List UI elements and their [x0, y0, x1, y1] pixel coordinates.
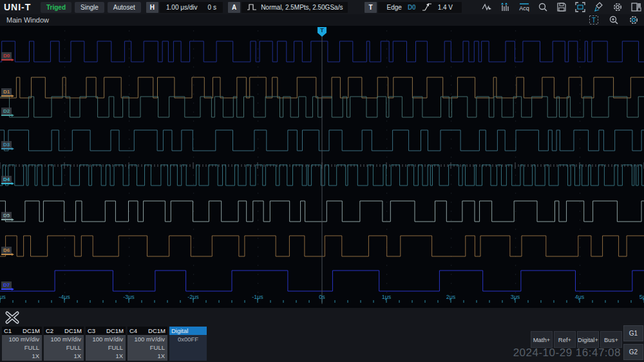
channel-card-c3[interactable]: C3 DC1M 100 mV/div FULL 1X [86, 327, 126, 361]
channel-probe: 1X [128, 352, 167, 360]
trigger-source: D0 [408, 4, 416, 11]
waveform-canvas[interactable]: T [0, 26, 644, 308]
ref-add-button[interactable]: Ref+ [554, 331, 576, 348]
channel-bandwidth: FULL [2, 343, 42, 352]
axis-label: -4μs [59, 294, 70, 300]
channel-card-c4[interactable]: C4 DC1M 100 mV/div FULL 1X [128, 327, 167, 361]
digital-bus-icon[interactable] [500, 2, 511, 12]
badge-arrow-icon [12, 182, 14, 185]
channel-scale: 100 mV/div [44, 335, 84, 343]
acquire-menu-button[interactable]: A [228, 2, 240, 13]
trigger-type: Edge [387, 4, 402, 11]
channel-coupling: DC1M [106, 327, 124, 334]
channel-cards: C1 DC1M 100 mV/div FULL 1X C2 DC1M 100 m… [2, 327, 207, 361]
channel-coupling: DC1M [148, 327, 166, 334]
text-annotation-icon[interactable]: T [589, 15, 599, 25]
channel-badge-d5[interactable]: D5 [1, 212, 12, 220]
axis-label: 5μs [639, 294, 644, 300]
save-icon[interactable] [556, 2, 567, 12]
digital-add-button[interactable]: Digital+ [577, 331, 599, 348]
math-add-button[interactable]: Math+ [531, 331, 553, 348]
brand-logo: UNI-T [4, 2, 37, 12]
autoset-button[interactable]: Autoset [108, 2, 141, 13]
window-title-bar: Main Window T [0, 14, 644, 26]
channel-bandwidth: FULL [86, 343, 126, 352]
g1-button[interactable]: G1 [623, 325, 643, 341]
axis-label: 3μs [511, 294, 520, 300]
channel-id: C2 [46, 327, 53, 334]
svg-text:T: T [592, 17, 596, 24]
settings-icon[interactable] [612, 2, 623, 12]
single-button[interactable]: Single [75, 2, 104, 13]
trigger-status-button[interactable]: Triged [41, 2, 71, 13]
waveform-display[interactable]: T -5μs-4μs-3μs-2μs-1μs0s1μs2μs3μs4μs5μsD… [0, 26, 644, 308]
window-layout-icon[interactable] [631, 2, 641, 12]
channel-bandwidth: FULL [44, 343, 84, 352]
digital-card[interactable]: Digital 0x00FF [169, 327, 207, 361]
trigger-position-flag[interactable]: T [317, 27, 327, 37]
timebase-value: 1.00 μs/div [166, 2, 198, 13]
axis-label: -1μs [252, 294, 263, 300]
channel-probe: 1X [2, 352, 42, 360]
datetime-display: 2024-10-29 16:47:08 [513, 347, 621, 359]
digital-label: Digital [171, 327, 188, 334]
badge-arrow-icon [12, 114, 14, 117]
zoom-in-icon[interactable] [609, 15, 619, 25]
top-toolbar: UNI-T Triged Single Autoset H 1.00 μs/di… [0, 0, 644, 14]
channel-scale: 100 mV/div [128, 335, 167, 343]
acquire-icon[interactable]: Acq [519, 2, 529, 12]
window-title: Main Window [0, 14, 644, 26]
channel-scale: 100 mV/div [86, 335, 126, 343]
g2-button[interactable]: G2 [623, 344, 643, 360]
pulse-icon [247, 2, 257, 12]
acquire-info-text: Normal, 2.5MPts, 2.50GSa/s [261, 4, 343, 11]
channel-probe: 1X [86, 352, 126, 360]
cursor-measure-icon[interactable] [482, 2, 492, 12]
svg-text:T: T [320, 27, 324, 33]
channel-badge-d7[interactable]: D7 [1, 281, 12, 290]
channel-badge-d4[interactable]: D4 [1, 176, 12, 184]
bus-add-button[interactable]: Bus+ [600, 331, 622, 348]
badge-arrow-icon [12, 148, 14, 150]
channel-id: C4 [129, 327, 137, 334]
channel-badge-d6[interactable]: D6 [1, 247, 12, 255]
digital-value: 0x00FF [169, 335, 207, 343]
acquire-info-display[interactable]: Normal, 2.5MPts, 2.50GSa/s [242, 2, 348, 13]
badge-arrow-icon [12, 218, 14, 221]
horizontal-offset-value: 0 s [208, 2, 216, 13]
axis-label: -5μs [0, 294, 6, 300]
screen-capture-icon[interactable] [575, 2, 585, 12]
axis-label: -2μs [187, 294, 199, 300]
channel-badge-d2[interactable]: D2 [1, 108, 12, 116]
search-icon[interactable] [538, 2, 548, 12]
axis-label: -3μs [123, 294, 135, 300]
axis-label: 0s [319, 294, 325, 300]
display-settings-icon[interactable] [629, 15, 639, 25]
add-function-buttons: Math+ Ref+ Digital+ Bus+ [531, 331, 622, 348]
channel-badge-d3[interactable]: D3 [1, 141, 12, 149]
crossed-probes-icon[interactable] [5, 310, 20, 325]
clear-icon[interactable] [594, 2, 604, 12]
channel-scale: 100 mV/div [2, 335, 42, 343]
channel-probe: 1X [44, 352, 84, 360]
axis-label: 1μs [382, 294, 392, 300]
channel-card-c1[interactable]: C1 DC1M 100 mV/div FULL 1X [2, 327, 42, 361]
badge-arrow-icon [12, 253, 14, 256]
badge-arrow-icon [12, 59, 14, 61]
channel-coupling: DC1M [23, 327, 40, 334]
channel-card-c2[interactable]: C2 DC1M 100 mV/div FULL 1X [44, 327, 84, 361]
axis-label: 2μs [446, 294, 456, 300]
horizontal-menu-button[interactable]: H [146, 2, 158, 13]
channel-badge-d0[interactable]: D0 [1, 52, 12, 61]
badge-arrow-icon [12, 95, 14, 97]
channel-badge-d1[interactable]: D1 [1, 88, 12, 97]
timebase-display[interactable]: 1.00 μs/div 0 s [160, 2, 223, 13]
trigger-level: 1.4 V [438, 4, 453, 11]
trigger-menu-button[interactable]: T [365, 2, 376, 13]
bottom-status-bar: C1 DC1M 100 mV/div FULL 1X C2 DC1M 100 m… [0, 308, 644, 362]
channel-bandwidth: FULL [128, 343, 167, 352]
trigger-info-display[interactable]: Edge D0 1.4 V [378, 2, 462, 13]
axis-label: 4μs [575, 294, 585, 300]
rising-edge-icon [422, 2, 432, 12]
svg-text:Acq: Acq [519, 5, 529, 12]
